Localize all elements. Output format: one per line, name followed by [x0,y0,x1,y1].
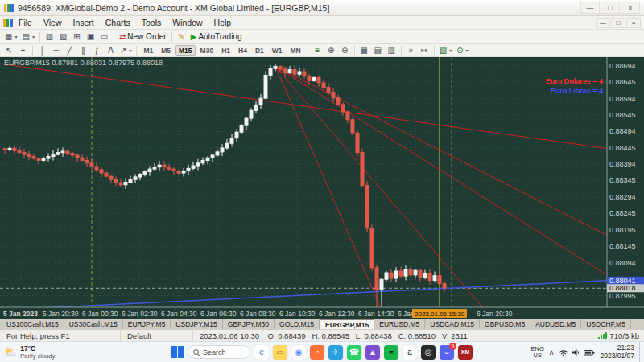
candle [42,158,45,160]
battery-icon[interactable] [584,348,595,356]
chart-tab-gold-m15[interactable]: GOLD,M15 [275,319,320,329]
time-axis-label: 6 Jan 00:30 [82,310,118,318]
chart-tab-eurusd-m5[interactable]: EURUSD,M5 [374,319,425,329]
menu-file[interactable]: File [13,17,38,28]
autotrading-button[interactable]: ▶AutoTrading [188,31,245,43]
toolbar-separator [32,46,33,56]
chart-minimize-button[interactable]: — [596,18,610,28]
chart-restore-button[interactable]: □ [611,18,625,28]
menu-help[interactable]: Help [208,17,237,28]
arrows-button[interactable]: ↗▾ [118,44,134,56]
start-button[interactable] [171,346,184,358]
equidistant-channel-button[interactable]: ∥ [76,44,90,56]
spotify-icon[interactable]: ≈ [384,345,398,360]
language-indicator[interactable]: ENG US [531,346,544,359]
navigator-button[interactable]: ⊞ [70,31,84,43]
weather-widget[interactable]: ⛅ 17°C Partly cloudy [4,342,55,362]
candle [438,276,441,284]
new-chart-button[interactable]: ▦▾ [2,31,19,43]
line-studies-toolbar: ↖+│─╱∥ƒA↗▾M1M5M15M30H1H4D1W1MN≡⊕⊖▦▤▥»↦▧▾… [0,44,644,57]
timeframe-m1-button[interactable]: M1 [140,45,156,56]
timeframe-m30-button[interactable]: M30 [197,45,217,56]
candle [119,183,122,184]
tile-vertically-button[interactable]: ▥ [385,44,398,56]
vertical-line-button[interactable]: │ [35,44,49,56]
zoom-in-button[interactable]: ⊕ [324,44,338,56]
menu-tools[interactable]: Tools [136,17,167,28]
trendline-button[interactable]: ╱ [63,44,76,56]
terminal-button[interactable]: ▣ [84,31,97,43]
candle [71,153,74,154]
cursor-button[interactable]: ↖ [2,44,16,56]
chart-tab-gbpusd-m5[interactable]: GBPUSD,M5 [480,319,530,329]
timeframe-m5-button[interactable]: M5 [158,45,174,56]
tile-horizontally-button[interactable]: ▤ [371,44,385,56]
chart-tab-usdjpy-m15[interactable]: USDJPY,M15 [171,319,222,329]
new-order-label: New Order [127,32,166,41]
amazon-icon[interactable]: a [402,345,417,360]
edge-browser-icon[interactable]: e [254,345,269,360]
new-order-button[interactable]: ⇄New Order [117,31,169,43]
chart-tab-eurgbp-m15[interactable]: EURGBP,M15 [320,319,374,329]
firefox-browser-icon[interactable]: ◔ [310,345,324,360]
timeframe-mn-button[interactable]: MN [287,45,304,56]
chart-tab-usdchf-m5[interactable]: USDCHF,M5 [581,319,631,329]
fibonacci-retracement-button[interactable]: ƒ [90,44,104,56]
whatsapp-icon[interactable]: ☎ [347,345,361,360]
minimize-button[interactable]: — [580,2,600,14]
telegram-icon[interactable]: ✈ [328,345,343,360]
metaeditor-button[interactable]: ✎ [175,31,188,43]
hidden-icons-chevron[interactable]: ∧ [549,348,555,356]
menu-insert[interactable]: Insert [68,17,100,28]
chart-area[interactable]: 0.886940.886450.885940.885450.884940.884… [0,57,644,319]
chrome-browser-icon[interactable]: ◉ [291,345,306,360]
wifi-icon[interactable] [559,348,568,356]
taskbar-clock[interactable]: 21:23 2023/01/07 [600,344,634,360]
periods-button[interactable]: ⊙▾ [454,44,470,56]
speaker-icon[interactable] [572,348,580,356]
show-desktop-button[interactable] [639,342,642,362]
tile-windows-button[interactable]: ▦ [357,44,371,56]
obs-studio-icon[interactable]: ◎ [421,345,436,360]
templates-button[interactable]: ▧▾ [437,44,454,56]
timeframe-d1-button[interactable]: D1 [252,45,267,56]
chart-shift-button[interactable]: ↦ [418,44,431,56]
zoom-out-button[interactable]: ⊖ [338,44,352,56]
file-explorer-icon[interactable]: ▭ [273,345,287,360]
chart-tab-eurjpy-m5[interactable]: EURJPY,M5 [123,319,171,329]
market-watch-button[interactable]: ▥ [43,31,56,43]
indicators-list-button[interactable]: ≡ [311,44,324,56]
auto-scroll-button[interactable]: » [404,44,418,56]
timeframe-h4-button[interactable]: H4 [235,45,250,56]
chart-window-icon[interactable] [3,19,13,27]
candle [332,92,335,97]
candle [100,170,103,173]
profiles-button[interactable]: ▤▾ [19,31,36,43]
timeframe-w1-button[interactable]: W1 [269,45,286,56]
xm-mt4-icon[interactable]: XM [458,345,473,360]
photos-icon[interactable]: ▲ [365,345,380,360]
chart-tab-us100cash-m15[interactable]: US100Cash,M15 [2,319,64,329]
close-button[interactable]: × [621,2,640,14]
status-profile[interactable]: Default [121,330,193,341]
menu-window[interactable]: Window [167,17,208,28]
horizontal-line-button[interactable]: ─ [49,44,63,56]
data-window-button[interactable]: ▧ [56,31,70,43]
timeframe-h1-button[interactable]: H1 [218,45,233,56]
strategy-tester-button[interactable]: ▭ [97,31,111,43]
chart-tab-audusd-m5[interactable]: AUDUSD,M5 [530,319,581,329]
chevron-down-icon: ▾ [129,47,131,53]
discord-icon[interactable]: ⌣9 [440,345,454,360]
chart-tab-gbpjpy-m30[interactable]: GBPJPY,M30 [223,319,275,329]
chart-close-button[interactable]: × [626,18,641,28]
menu-charts[interactable]: Charts [100,17,136,28]
price-chart[interactable]: 0.886940.886450.885940.885450.884940.884… [0,57,644,319]
maximize-button[interactable]: □ [601,2,620,14]
chart-tab-usdcad-m15[interactable]: USDCAD,M15 [425,319,480,329]
taskbar-search[interactable]: Search [188,345,250,359]
crosshair-button[interactable]: + [16,44,30,56]
timeframe-m15-button[interactable]: M15 [175,45,196,56]
menu-view[interactable]: View [38,17,68,28]
text-label-button[interactable]: A [104,44,118,56]
chart-tab-us30cash-m15[interactable]: US30Cash,M15 [64,319,123,329]
